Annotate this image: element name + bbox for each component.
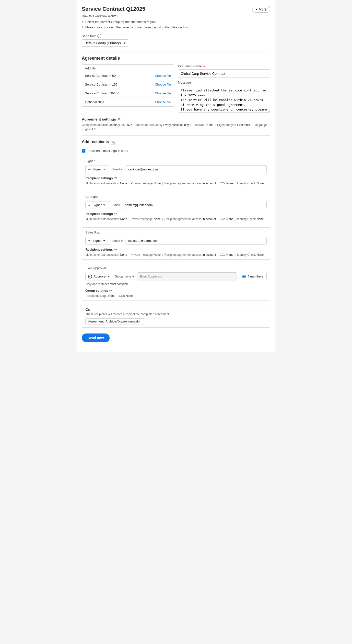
cosigner-role-label: Signer — [93, 203, 102, 207]
file-name-3: Optional NDA — [85, 100, 104, 104]
signer-role-icon: ✒ — [88, 168, 91, 172]
edit-group-settings-icon[interactable]: ✏ — [109, 288, 113, 293]
agreement-settings-row: Agreement settings ✏ — [82, 117, 270, 121]
cosigner-input-row: ✒ Signer ▾ Email — [85, 201, 267, 209]
file-name-1: Service Contract > 150 — [85, 83, 117, 86]
exec-group-name-row: ✔ Approver ▾ Group name ★ 👥 4 members — [85, 272, 267, 280]
salesrep-role-icon: ✒ — [88, 239, 91, 243]
recipient-group-exec: Exec Approval ✔ Approver ▾ Group name ★ … — [82, 263, 270, 301]
message-label: Message — [178, 81, 270, 84]
group-meta: Private message None | CCs None — [85, 294, 267, 298]
choose-file-btn-1[interactable]: Choose file — [155, 83, 171, 86]
cc-section: Cc These recipients will receive a copy … — [82, 304, 270, 328]
send-from-help-icon[interactable]: ? — [97, 34, 101, 38]
file-row-0: Service Contract < 50 Choose file — [82, 71, 174, 80]
required-star-docname: ★ — [203, 64, 206, 68]
salesrep-settings-row: Recipient settings ✏ — [85, 247, 267, 252]
doc-name-section: Document Name ★ — [178, 64, 270, 81]
more-button[interactable]: ▾ More — [252, 6, 270, 13]
file-name-2: Service Contract 50-150 — [85, 92, 119, 95]
add-recipients-heading: Add recipients — [82, 140, 109, 144]
file-row-3: Optional NDA Choose file — [82, 98, 174, 106]
signer-email-label: Email ★ — [112, 168, 123, 171]
cosigner-settings-row: Recipient settings ✏ — [85, 212, 267, 216]
add-file-section: Add file Service Contract < 50 Choose fi… — [82, 64, 174, 114]
edit-agreement-settings-icon[interactable]: ✏ — [118, 117, 121, 121]
agreement-settings-meta: Completion deadline January 26, 2025 | R… — [82, 123, 270, 131]
recipient-group-signer: Signer ✒ Signer ▾ Email ★ Recipient sett… — [82, 156, 270, 188]
recipient-group-cosigner: Co Signer ✒ Signer ▾ Email Recipient set… — [82, 192, 270, 224]
exec-group-label: Exec Approval — [85, 266, 267, 270]
salesrep-email-label: Email ★ — [112, 239, 123, 242]
choose-file-btn-3[interactable]: Choose file — [155, 100, 171, 104]
members-count: 4 members — [248, 274, 263, 278]
salesrep-input-row: ✒ Signer ▾ Email ★ — [85, 237, 267, 245]
cosigner-role-icon: ✒ — [88, 203, 91, 207]
cosigner-email-input[interactable] — [122, 201, 267, 209]
step-2: 2. Make sure you select the correct cont… — [82, 25, 270, 30]
message-section: Message Please find attached the service… — [178, 81, 270, 114]
recipient-group-salesrep: Sales Rep ✒ Signer ▾ Email ★ Recipient s… — [82, 228, 270, 260]
cosigner-role-dropdown[interactable]: ✒ Signer ▾ — [85, 201, 110, 209]
group-settings-row: Group settings ✏ — [85, 288, 267, 293]
more-button-label: More — [259, 7, 267, 11]
exec-role-chevron: ▾ — [108, 274, 110, 278]
password-key: Password — [193, 123, 206, 127]
signer-group-label: Signer — [85, 159, 267, 163]
language-val: English/US — [82, 128, 96, 131]
sep2: | — [190, 123, 191, 127]
file-name-0: Service Contract < 50 — [85, 74, 115, 78]
send-from-section: Send from ? Default Group (Primary) ▾ — [82, 34, 270, 47]
exec-group-name-label: Group name ★ — [115, 275, 135, 278]
signer-role-dropdown[interactable]: ✒ Signer ▾ — [85, 166, 110, 173]
edit-salesrep-settings-icon[interactable]: ✏ — [114, 247, 117, 252]
choose-file-btn-0[interactable]: Choose file — [155, 74, 171, 78]
signature-key: Signature type — [217, 123, 236, 127]
sign-in-order-checkbox[interactable] — [82, 149, 85, 152]
choose-file-btn-2[interactable]: Choose file — [155, 92, 171, 95]
cc-email-tag[interactable]: Agreement_Archive@caseyjones.dom — [85, 318, 145, 324]
recipients-help-icon[interactable]: ? — [111, 141, 115, 145]
message-textarea[interactable]: Please find attached the service contrac… — [178, 86, 270, 113]
workflow-desc: How this workflow works? — [82, 14, 270, 18]
send-now-button[interactable]: Send now — [82, 334, 110, 342]
workflow-steps: 1. Select the correct Group for the cust… — [82, 19, 270, 30]
exec-role-dropdown[interactable]: ✔ Approver ▾ — [85, 272, 112, 280]
salesrep-role-dropdown[interactable]: ✒ Signer ▾ — [85, 237, 110, 245]
members-icon: 👥 — [242, 274, 246, 278]
send-from-dropdown[interactable]: Default Group (Primary) ▾ — [82, 39, 128, 47]
password-val: None — [206, 123, 214, 127]
sign-in-order-label: Recipients must sign in order — [87, 149, 128, 152]
cc-title: Cc — [85, 307, 267, 312]
completion-key: Completion deadline — [82, 123, 108, 127]
cosigner-email-label: Email — [112, 204, 120, 207]
doc-name-input[interactable] — [178, 70, 270, 78]
add-recipients-header: Add recipients ? — [82, 140, 270, 146]
sep1: | — [134, 123, 134, 127]
sep3: | — [215, 123, 216, 127]
send-from-label: Send from ? — [82, 34, 270, 38]
salesrep-group-label: Sales Rep — [85, 230, 267, 234]
signer-role-chevron: ▾ — [103, 168, 105, 171]
signature-val: Electronic — [237, 123, 250, 127]
salesrep-role-chevron: ▾ — [103, 239, 105, 242]
page-container: Service Contract Q12025 How this workflo… — [77, 0, 275, 352]
edit-cosigner-settings-icon[interactable]: ✏ — [114, 212, 117, 216]
send-from-value: Default Group (Primary) — [84, 41, 121, 45]
approver-icon: ✔ — [88, 274, 92, 278]
signer-role-label: Signer — [93, 168, 102, 171]
agreement-details-grid: Add file Service Contract < 50 Choose fi… — [82, 64, 270, 114]
exec-group-name-input[interactable] — [137, 272, 237, 280]
edit-signer-settings-icon[interactable]: ✏ — [114, 176, 117, 180]
salesrep-email-input[interactable] — [126, 237, 267, 245]
language-key: Language — [254, 123, 267, 127]
doc-name-message-section: Document Name ★ Message Please find atta… — [178, 64, 270, 114]
salesrep-settings-label: Recipient settings — [85, 248, 113, 251]
page-title: Service Contract Q12025 — [82, 6, 270, 12]
cosigner-role-chevron: ▾ — [103, 203, 105, 207]
signer-email-input[interactable] — [126, 165, 267, 173]
signer-settings-label: Recipient settings — [85, 176, 113, 180]
agreement-settings-label: Agreement settings — [82, 117, 116, 121]
cosigner-group-label: Co Signer — [85, 195, 267, 198]
cosigner-meta: Multi-factor authentication None | Priva… — [85, 217, 267, 221]
